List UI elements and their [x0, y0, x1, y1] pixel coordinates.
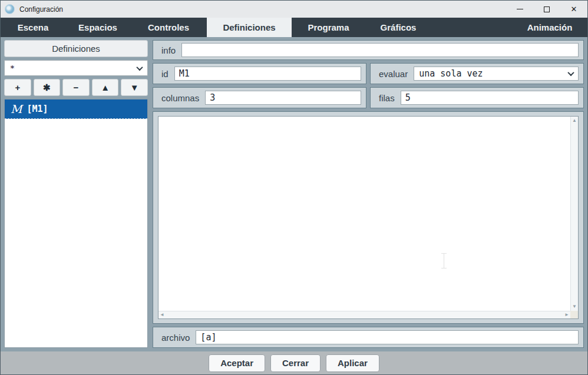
info-input[interactable]: [181, 43, 579, 57]
evaluar-label: evaluar: [379, 69, 408, 79]
id-label: id: [161, 69, 169, 79]
scroll-up-icon[interactable]: ▲: [571, 118, 578, 123]
tab-programa[interactable]: Programa: [292, 18, 365, 37]
aceptar-button[interactable]: Aceptar: [209, 354, 265, 372]
filas-label: filas: [379, 93, 395, 103]
configuration-window: Configuración ✕ Escena Espacios Controle…: [0, 0, 588, 375]
tab-controles[interactable]: Controles: [130, 18, 207, 37]
close-button[interactable]: ✕: [560, 1, 587, 18]
archivo-input[interactable]: [196, 330, 579, 344]
archivo-label: archivo: [161, 333, 190, 343]
tab-graficos[interactable]: Gráficos: [365, 18, 431, 37]
scroll-down-icon[interactable]: ▼: [571, 304, 578, 309]
expression-textarea[interactable]: ▲ ▼ ◄ ►: [158, 116, 579, 319]
maximize-button[interactable]: [533, 1, 560, 18]
info-row: info: [153, 40, 584, 60]
descartes-logo-icon: [5, 4, 15, 14]
content-area: Definiciones * + ✱ − ▲ ▼ M [M1]: [1, 37, 587, 351]
minimize-icon: [517, 9, 523, 9]
definitions-sidebar: Definiciones * + ✱ − ▲ ▼ M [M1]: [4, 40, 148, 348]
columnas-input[interactable]: [205, 91, 361, 105]
chevron-down-icon: [567, 69, 574, 76]
expression-panel: ▲ ▼ ◄ ►: [153, 111, 584, 324]
filas-panel: filas: [370, 87, 584, 108]
titlebar: Configuración ✕: [1, 1, 587, 18]
list-item-m1[interactable]: M [M1]: [5, 99, 147, 119]
evaluar-panel: evaluar una sola vez: [370, 63, 584, 84]
tab-animacion[interactable]: Animación: [512, 18, 587, 37]
scroll-right-icon[interactable]: ►: [564, 313, 569, 317]
columnas-panel: columnas: [153, 87, 366, 108]
move-up-button[interactable]: ▲: [92, 79, 119, 96]
sidebar-toolbar: + ✱ − ▲ ▼: [4, 79, 148, 96]
scrollbar-corner: [570, 311, 578, 318]
close-icon: ✕: [571, 5, 577, 13]
tab-espacios[interactable]: Espacios: [65, 18, 130, 37]
text-cursor: [441, 253, 447, 268]
tab-bar: Escena Espacios Controles Definiciones P…: [1, 18, 587, 37]
definitions-list: M [M1]: [4, 99, 148, 348]
filter-value: *: [10, 64, 15, 72]
columnas-filas-row: columnas filas: [153, 87, 584, 108]
aplicar-button[interactable]: Aplicar: [326, 354, 379, 372]
move-down-button[interactable]: ▼: [121, 79, 148, 96]
tab-definiciones[interactable]: Definiciones: [207, 18, 292, 37]
definition-filter-select[interactable]: *: [4, 60, 148, 76]
minimize-button[interactable]: [506, 1, 533, 18]
cerrar-button[interactable]: Cerrar: [270, 354, 321, 372]
add-definition-button[interactable]: +: [4, 79, 31, 96]
info-label: info: [161, 45, 176, 55]
duplicate-definition-button[interactable]: ✱: [34, 79, 61, 96]
sidebar-header: Definiciones: [4, 40, 148, 57]
archivo-row: archivo: [153, 327, 584, 348]
evaluar-select[interactable]: una sola vez: [414, 67, 579, 81]
list-item-label: [M1]: [27, 104, 48, 114]
scroll-left-icon[interactable]: ◄: [160, 313, 164, 317]
id-panel: id: [153, 63, 366, 84]
columnas-label: columnas: [161, 93, 199, 103]
id-evaluar-row: id evaluar una sola vez: [153, 63, 584, 84]
vertical-scrollbar[interactable]: ▲ ▼: [570, 117, 578, 311]
evaluar-value: una sola vez: [419, 68, 483, 79]
window-controls: ✕: [506, 1, 587, 18]
filas-input[interactable]: [401, 91, 579, 105]
id-input[interactable]: [174, 67, 361, 81]
tab-escena[interactable]: Escena: [1, 18, 65, 37]
chevron-down-icon: [136, 64, 143, 70]
window-title: Configuración: [19, 5, 63, 14]
maximize-icon: [544, 6, 550, 12]
footer-bar: Aceptar Cerrar Aplicar: [1, 351, 587, 374]
horizontal-scrollbar[interactable]: ◄ ►: [158, 311, 570, 318]
definition-form: info id evaluar una sola vez: [153, 40, 584, 348]
remove-definition-button[interactable]: −: [62, 79, 90, 96]
matrix-type-icon: M: [11, 104, 22, 115]
